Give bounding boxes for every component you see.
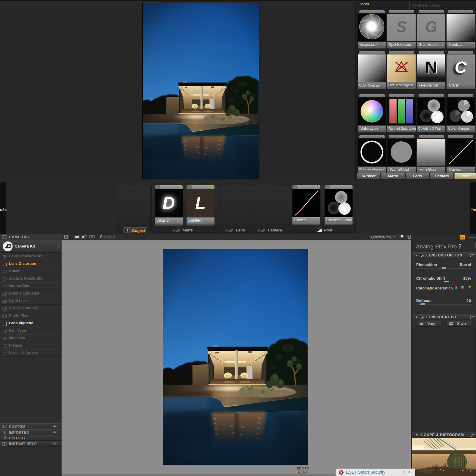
svg-text:?: ?	[4, 443, 5, 446]
